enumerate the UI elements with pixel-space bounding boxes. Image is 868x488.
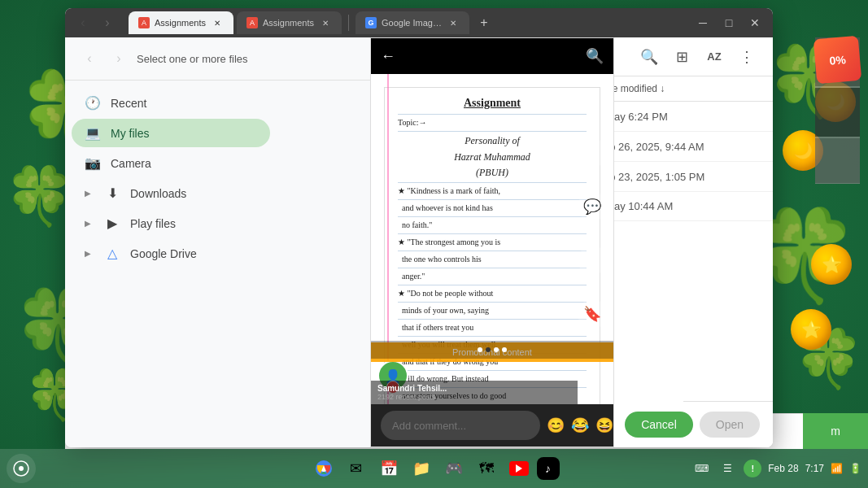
sidebar-item-google-drive[interactable]: ▶ △ Google Drive xyxy=(72,239,270,268)
quote-2c: anger." xyxy=(398,270,587,285)
downloads-expand-arrow: ▶ xyxy=(85,189,91,198)
topic-value: Personality ofHazrat Muhammad(PBUH) xyxy=(398,133,587,183)
downloads-icon: ⬇ xyxy=(104,185,120,201)
taskbar: ✉ 📅 📁 🎮 🗺 ♪ ⌨ ☰ ! Feb 28 7:17 📶 🔋 xyxy=(0,449,868,488)
google-drive-expand-arrow: ▶ xyxy=(85,249,91,258)
youtube-icon[interactable] xyxy=(504,454,534,483)
tab-label-2: Assignments xyxy=(263,18,314,28)
sidebar-item-play-files[interactable]: ▶ ▶ Play files xyxy=(72,209,270,237)
taskbar-right: ⌨ ☰ ! Feb 28 7:17 📶 🔋 xyxy=(691,459,861,478)
row-date-2: Feb 26, 2025, 9:44 AM xyxy=(597,141,760,153)
chrome-os-home-icon xyxy=(13,460,29,477)
fp-back-btn[interactable]: ‹ xyxy=(78,47,101,70)
keyboard-icon[interactable]: ⌨ xyxy=(691,459,711,478)
footer-buttons: Cancel Open xyxy=(683,401,773,447)
tab-label-3: Google Imag… xyxy=(382,18,442,28)
tiktok-icon[interactable]: ♪ xyxy=(537,457,560,480)
sort-btn[interactable]: AZ xyxy=(701,44,727,70)
emoji-btn-2[interactable]: 😂 xyxy=(571,414,589,437)
file-picker-sidebar: 🕐 Recent 💻 My files 📷 Camera ▶ ⬇ Dow xyxy=(65,81,277,447)
save-action[interactable]: 🔖 4 xyxy=(578,299,607,340)
cancel-button[interactable]: Cancel xyxy=(625,412,693,438)
battery-icon: 🔋 xyxy=(849,463,861,474)
tab-separator xyxy=(348,15,349,31)
like-action[interactable]: ♥ 34 xyxy=(578,138,607,179)
comment-icon: 💬 xyxy=(578,192,607,221)
sidebar-item-downloads[interactable]: ▶ ⬇ Downloads xyxy=(72,179,270,207)
more-options-btn[interactable]: ⋮ xyxy=(734,44,760,70)
taskbar-time: 7:17 xyxy=(805,463,824,474)
new-tab-btn[interactable]: + xyxy=(473,11,495,34)
maximize-btn[interactable]: □ xyxy=(718,11,740,34)
play-files-expand-arrow: ▶ xyxy=(85,219,91,228)
app-icon-1[interactable]: 🎮 xyxy=(439,454,469,483)
browser-forward-btn[interactable]: › xyxy=(96,11,119,34)
play-files-icon: ▶ xyxy=(104,216,120,231)
maps-icon[interactable]: 🗺 xyxy=(472,454,501,483)
sidebar-item-my-files[interactable]: 💻 My files xyxy=(72,119,270,147)
quote-1b: and whoever is not kind has xyxy=(398,202,587,217)
home-btn[interactable] xyxy=(7,454,36,483)
tab-close-3[interactable]: ✕ xyxy=(447,16,460,29)
fp-forward-btn[interactable]: › xyxy=(107,47,130,70)
social-media-overlay: ← 🔍 Assignment Topic:→ Personality ofHaz… xyxy=(370,37,614,447)
tab-assignments-2[interactable]: A Assignments ✕ xyxy=(237,11,342,34)
gmail-icon[interactable]: ✉ xyxy=(342,454,371,483)
search-toolbar-btn[interactable]: 🔍 xyxy=(636,44,662,70)
notification-badge[interactable]: ! xyxy=(744,460,761,477)
col-header-date[interactable]: Date modified ↓ xyxy=(597,83,760,94)
tab-google-images[interactable]: G Google Imag… ✕ xyxy=(355,11,469,34)
row-date-1: Today 6:24 PM xyxy=(597,111,760,123)
green-btn-label: m xyxy=(831,425,840,438)
files-icon[interactable]: 📁 xyxy=(407,454,436,483)
emoji-btn-1[interactable]: 😊 xyxy=(547,414,565,437)
social-content-area: Assignment Topic:→ Personality ofHazrat … xyxy=(371,74,613,404)
chrome-svg xyxy=(314,459,334,478)
emoji-btn-3[interactable]: 😆 xyxy=(595,414,613,437)
sidebar-item-recent[interactable]: 🕐 Recent xyxy=(72,89,270,117)
quote-1c: no faith." xyxy=(398,219,587,234)
dot-3 xyxy=(494,347,499,352)
minimize-btn[interactable]: ─ xyxy=(691,11,714,34)
social-comment-bar: 😊 😂 😆 xyxy=(371,404,613,447)
topic-label: Topic:→ xyxy=(398,116,587,132)
calendar-icon[interactable]: 📅 xyxy=(374,454,403,483)
comment-input[interactable] xyxy=(381,411,540,440)
social-search-btn[interactable]: 🔍 xyxy=(586,47,604,65)
quote-3: ★ "Do not be people without xyxy=(398,287,587,303)
tab-close-1[interactable]: ✕ xyxy=(211,16,224,29)
dots-indicator xyxy=(371,341,613,359)
recent-icon: 🕐 xyxy=(85,95,101,111)
youtube-play-icon xyxy=(516,464,522,473)
sidebar-label-camera: Camera xyxy=(111,157,151,170)
browser-titlebar: ‹ › A Assignments ✕ A Assignments ✕ G Go… xyxy=(65,8,773,37)
share-icon: ↗ xyxy=(578,246,607,275)
sidebar-label-my-files: My files xyxy=(111,127,149,140)
menu-icon[interactable]: ☰ xyxy=(718,459,737,478)
social-topbar: ← 🔍 xyxy=(371,38,613,74)
taskbar-center: ✉ 📅 📁 🎮 🗺 ♪ xyxy=(309,454,560,483)
quote-2: ★ "The strongest among you is xyxy=(398,236,587,251)
tab-favicon-2: A xyxy=(246,17,258,28)
comment-action[interactable]: 💬 5 xyxy=(578,192,607,233)
green-action-button[interactable]: m xyxy=(803,413,868,449)
taskbar-left xyxy=(7,454,36,483)
tab-close-2[interactable]: ✕ xyxy=(319,16,332,29)
share-action[interactable]: ↗ 4 xyxy=(578,246,607,286)
grid-view-btn[interactable]: ⊞ xyxy=(669,44,695,70)
row-date-4: Today 10:44 AM xyxy=(597,200,760,212)
tab-assignments-1[interactable]: A Assignments ✕ xyxy=(129,11,233,34)
close-btn[interactable]: ✕ xyxy=(744,11,766,34)
heart-icon: ♥ xyxy=(578,138,607,168)
comment-count: 5 xyxy=(590,223,595,233)
quote-3b: minds of your own, saying xyxy=(398,304,587,320)
browser-back-btn[interactable]: ‹ xyxy=(72,11,94,34)
open-button[interactable]: Open xyxy=(700,412,760,438)
social-actions: ♥ 34 💬 5 ↗ 4 🔖 4 xyxy=(578,138,607,340)
chrome-icon[interactable] xyxy=(309,454,338,483)
percent-badge: 0% xyxy=(813,36,862,85)
social-back-btn[interactable]: ← xyxy=(381,48,395,65)
sidebar-item-camera[interactable]: 📷 Camera xyxy=(72,149,270,177)
tab-favicon-1: A xyxy=(138,17,150,28)
browser-window: ‹ › A Assignments ✕ A Assignments ✕ G Go… xyxy=(65,8,773,447)
